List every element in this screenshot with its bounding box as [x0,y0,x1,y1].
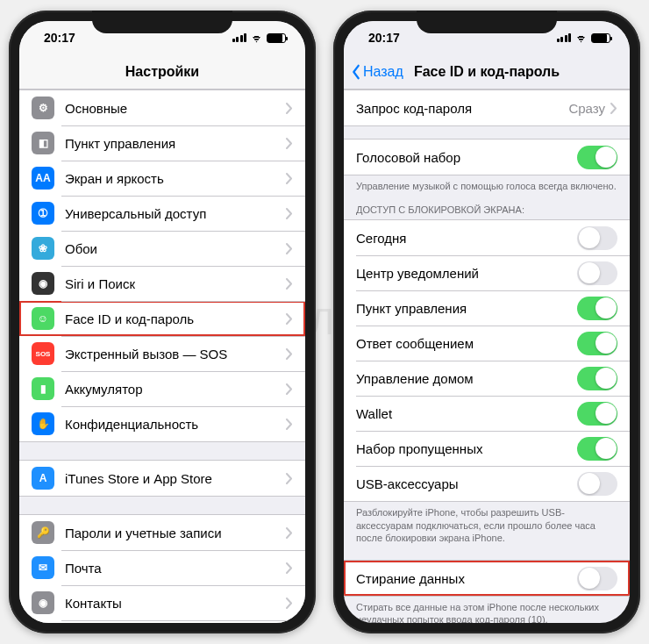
row-passwords[interactable]: 🔑Пароли и учетные записи [19,515,305,550]
row-control[interactable]: Пункт управления [344,290,630,326]
row-label: Центр уведомлений [356,266,577,281]
voice-footer: Управление музыкой с помощью голоса всег… [344,175,630,192]
settings-list[interactable]: ⚙︎Основные◧Пункт управленияAAЭкран и ярк… [19,89,305,623]
accessibility-icon: ➀ [32,202,54,225]
row-contacts[interactable]: ◉Контакты [19,585,305,620]
row-label: Управление домом [356,371,577,386]
chevron-right-icon [286,173,293,184]
notch [417,11,557,33]
battery-icon: ▮ [32,377,54,400]
screen-right: 20:17 Назад Face ID и код-пароль Запрос … [344,21,630,623]
chevron-right-icon [286,243,293,254]
toggle-notif[interactable] [577,261,617,285]
status-indicators [232,33,287,43]
toggle-erase-data[interactable] [577,567,617,590]
back-label: Назад [363,64,403,80]
row-wallet[interactable]: Wallet [344,396,630,431]
row-label: Универсальный доступ [65,206,286,221]
row-label: Wallet [356,406,577,421]
control-center-icon: ◧ [32,132,54,154]
row-usb[interactable]: USB-аксессуары [344,466,630,501]
row-mail[interactable]: ✉︎Почта [19,550,305,585]
toggle-voice-dial[interactable] [577,146,617,169]
chevron-left-icon [351,64,361,80]
erase-footer: Стирать все данные на этом iPhone после … [344,597,630,623]
row-sos[interactable]: SOSЭкстренный вызов — SOS [19,336,305,371]
row-label: Аккумулятор [65,382,286,397]
row-label: USB-аксессуары [356,476,577,491]
row-display[interactable]: AAЭкран и яркость [19,161,305,196]
chevron-right-icon [286,278,293,290]
toggle-home[interactable] [577,367,617,390]
row-reply[interactable]: Ответ сообщением [344,326,630,361]
row-label: Обои [65,241,286,256]
status-time: 20:17 [44,31,75,45]
toggle-today[interactable] [577,226,617,250]
row-label: Запрос код-пароля [356,101,568,116]
signal-icon [557,33,572,42]
sos-icon: SOS [32,342,54,365]
row-label: iTunes Store и App Store [65,471,286,486]
page-title: Face ID и код-пароль [414,64,560,80]
nav-bar: Назад Face ID и код-пароль [344,54,630,89]
row-missed[interactable]: Набор пропущенных [344,431,630,466]
chevron-right-icon [286,383,293,395]
wifi-icon [250,33,263,43]
chevron-right-icon [610,103,617,114]
row-voice-dial[interactable]: Голосовой набор [344,140,630,175]
store-icon: A [32,467,54,490]
row-privacy[interactable]: ✋Конфиденциальность [19,406,305,441]
privacy-icon: ✋ [32,412,54,435]
chevron-right-icon [286,597,293,609]
row-label: Основные [65,101,286,116]
wifi-icon [574,33,588,43]
row-general[interactable]: ⚙︎Основные [19,90,305,125]
screen-left: 20:17 Настройки ⚙︎Основные◧Пункт управле… [19,21,305,623]
wallpaper-icon: ❀ [32,237,54,260]
toggle-reply[interactable] [577,332,617,355]
chevron-right-icon [286,138,293,149]
chevron-right-icon [286,103,293,114]
row-erase-data[interactable]: Стирание данных [344,561,630,596]
back-button[interactable]: Назад [351,64,403,80]
row-calendar[interactable]: ▭Календарь [19,620,305,623]
row-battery[interactable]: ▮Аккумулятор [19,371,305,406]
chevron-right-icon [286,208,293,219]
page-title: Настройки [125,64,199,80]
row-home[interactable]: Управление домом [344,361,630,396]
row-passcode-request[interactable]: Запрос код-пароля Сразу [344,90,630,125]
signal-icon [232,33,247,42]
mail-icon: ✉︎ [32,556,54,579]
row-today[interactable]: Сегодня [344,220,630,255]
chevron-right-icon [286,313,293,325]
row-label: Конфиденциальность [65,417,286,432]
contacts-icon: ◉ [32,591,54,614]
row-label: Стирание данных [356,571,577,586]
toggle-missed[interactable] [577,437,617,461]
row-label: Face ID и код-пароль [65,311,286,326]
chevron-right-icon [286,348,293,360]
row-label: Siri и Поиск [65,276,286,291]
row-accessibility[interactable]: ➀Универсальный доступ [19,196,305,231]
battery-icon [267,33,286,43]
row-label: Пункт управления [356,301,577,316]
row-control-center[interactable]: ◧Пункт управления [19,125,305,161]
row-label: Экран и яркость [65,171,286,186]
row-store[interactable]: AiTunes Store и App Store [19,461,305,496]
usb-footer: Разблокируйте iPhone, чтобы разрешить US… [344,502,630,544]
row-notif[interactable]: Центр уведомлений [344,255,630,290]
faceid-settings[interactable]: Запрос код-пароля Сразу Голосовой набор … [344,89,630,623]
toggle-control[interactable] [577,297,617,320]
status-time: 20:17 [368,31,400,45]
row-siri[interactable]: ◉Siri и Поиск [19,266,305,301]
row-faceid[interactable]: ☺︎Face ID и код-пароль [19,301,305,336]
phone-right: 20:17 Назад Face ID и код-пароль Запрос … [333,11,640,633]
row-label: Ответ сообщением [356,336,577,351]
toggle-wallet[interactable] [577,402,617,426]
chevron-right-icon [286,473,293,484]
row-label: Пароли и учетные записи [65,526,286,540]
row-wallpaper[interactable]: ❀Обои [19,231,305,266]
general-icon: ⚙︎ [32,97,54,119]
toggle-usb[interactable] [577,472,617,496]
faceid-icon: ☺︎ [32,307,54,330]
